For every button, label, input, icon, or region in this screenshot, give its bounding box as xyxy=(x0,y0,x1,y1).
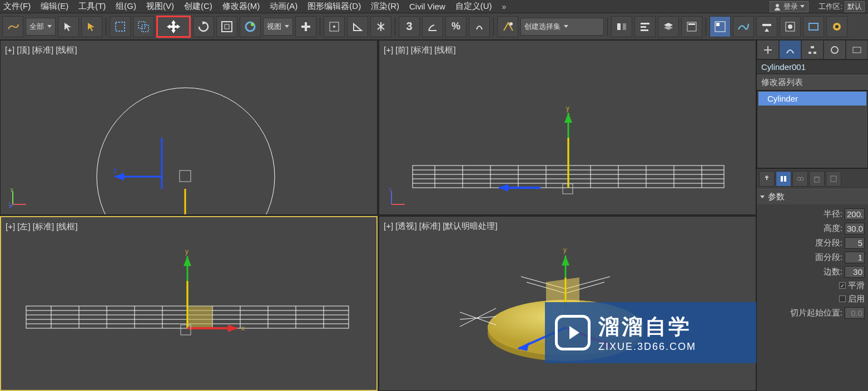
viewport-top[interactable]: [+] [顶] [标准] [线框] z x yz xyxy=(0,40,378,215)
user-icon xyxy=(773,3,781,11)
main-toolbar: 全部 视图 3 % 创建选择集 xyxy=(0,13,868,40)
percent-snap-button[interactable]: % xyxy=(445,16,467,37)
svg-text:y: y xyxy=(185,248,189,255)
svg-marker-2 xyxy=(88,23,95,31)
align-button[interactable] xyxy=(634,16,656,37)
modifier-stack-item[interactable]: Cylinder xyxy=(758,92,866,106)
select-and-scale-button[interactable] xyxy=(216,16,237,37)
menu-view[interactable]: 视图(V) xyxy=(146,1,174,12)
svg-text:y: y xyxy=(11,187,13,192)
named-selection-dropdown[interactable]: 创建选择集 xyxy=(520,18,604,36)
edit-named-selection-button[interactable] xyxy=(497,16,518,37)
configure-sets-button[interactable] xyxy=(826,171,841,187)
menu-animation[interactable]: 动画(A) xyxy=(270,1,297,12)
tab-motion[interactable] xyxy=(824,40,846,59)
link-tool-icon[interactable] xyxy=(2,16,23,37)
slice-enable-checkbox[interactable] xyxy=(839,295,846,302)
menu-group[interactable]: 组(G) xyxy=(116,1,136,12)
svg-rect-128 xyxy=(814,52,816,54)
signin-button[interactable]: 登录 xyxy=(770,1,809,12)
viewport-perspective[interactable]: [+] [透视] [标准] [默认明暗处理] y xyxy=(379,216,756,391)
menu-tools[interactable]: 工具(T) xyxy=(78,1,106,12)
menu-customize[interactable]: 自定义(U) xyxy=(455,1,492,12)
selection-filter-dropdown[interactable]: 全部 xyxy=(26,18,56,36)
show-end-result-button[interactable] xyxy=(776,171,791,187)
select-and-place-button[interactable] xyxy=(240,16,261,37)
modifier-list-dropdown[interactable]: 修改器列表 xyxy=(757,74,868,91)
tab-display[interactable] xyxy=(846,40,868,59)
render-frame-button[interactable] xyxy=(803,16,824,37)
cursor-arrow-icon[interactable] xyxy=(81,16,102,37)
schematic-view-button[interactable] xyxy=(733,16,754,37)
svg-rect-132 xyxy=(784,176,786,182)
caret-down-icon xyxy=(760,196,765,198)
svg-text:y: y xyxy=(563,246,567,254)
mirror-tool-button[interactable] xyxy=(611,16,632,37)
select-object-button[interactable] xyxy=(58,16,79,37)
menu-edit[interactable]: 编辑(E) xyxy=(41,1,68,12)
render-button[interactable] xyxy=(826,16,847,37)
material-editor-button[interactable] xyxy=(756,16,777,37)
reference-coord-dropdown[interactable]: 视图 xyxy=(263,18,293,36)
menu-more[interactable]: » xyxy=(502,2,507,11)
param-sides-label: 边数: xyxy=(824,267,842,277)
angle-snap-toggle-button[interactable] xyxy=(422,16,443,37)
viewport-left[interactable]: [+] [左] [标准] [线框] y x xyxy=(0,216,378,391)
menu-graph-editors[interactable]: 图形编辑器(D) xyxy=(307,1,361,12)
render-setup-button[interactable] xyxy=(780,16,801,37)
svg-rect-32 xyxy=(716,23,720,26)
svg-rect-127 xyxy=(809,52,811,54)
param-radius-input[interactable]: 200. xyxy=(845,208,865,220)
snap-toggle-button[interactable] xyxy=(324,16,345,37)
menu-rendering[interactable]: 渲染(R) xyxy=(371,1,399,12)
workspace-selector[interactable]: 工作区: 默认 xyxy=(819,1,865,12)
svg-point-20 xyxy=(333,26,335,28)
use-pivot-center-button[interactable] xyxy=(295,16,316,37)
tab-create[interactable] xyxy=(757,40,779,59)
svg-rect-14 xyxy=(225,24,229,29)
viewport-grid: [+] [顶] [标准] [线框] z x yz [+] [前] [标准] [线… xyxy=(0,40,756,391)
hierarchy-icon xyxy=(807,45,817,55)
svg-text:z: z xyxy=(389,187,392,192)
param-height-input[interactable]: 30.0 xyxy=(845,223,865,234)
make-unique-button[interactable] xyxy=(792,171,808,187)
rollout-header[interactable]: 参数 xyxy=(757,189,868,204)
select-region-window-button[interactable] xyxy=(133,16,154,37)
param-height-segs-input[interactable]: 5 xyxy=(845,237,865,249)
param-cap-segs-input[interactable]: 1 xyxy=(845,252,865,263)
remove-modifier-button[interactable] xyxy=(809,171,825,187)
viewport-front[interactable]: [+] [前] [标准] [线框] y z xyxy=(379,40,756,215)
svg-marker-117 xyxy=(562,255,569,265)
param-slice-from-input[interactable]: 0.0 xyxy=(845,307,865,319)
select-region-rect-button[interactable] xyxy=(110,16,131,37)
show-result-icon xyxy=(780,175,787,183)
svg-rect-3 xyxy=(116,22,125,31)
toggle-ribbon-button[interactable] xyxy=(681,16,702,37)
menu-file[interactable]: 文件(F) xyxy=(3,1,31,12)
tab-modify[interactable] xyxy=(779,40,801,59)
param-sides-input[interactable]: 30 xyxy=(845,266,865,278)
object-name-field[interactable]: Cylinder001 xyxy=(757,60,868,74)
svg-rect-18 xyxy=(301,26,310,28)
axis-indicator-icon: yz xyxy=(8,187,31,209)
menu-create[interactable]: 创建(C) xyxy=(184,1,212,12)
curve-editor-button[interactable] xyxy=(710,16,731,37)
pin-stack-button[interactable] xyxy=(759,171,775,187)
viewport-content: z x xyxy=(1,41,368,215)
spinner-snap-button[interactable] xyxy=(469,16,490,37)
mirror-button[interactable] xyxy=(370,16,391,37)
tab-hierarchy[interactable] xyxy=(801,40,824,59)
smooth-checkbox[interactable] xyxy=(839,282,846,289)
select-and-move-button[interactable] xyxy=(156,16,191,38)
menu-civil-view[interactable]: Civil View xyxy=(409,2,445,11)
modifier-stack[interactable]: Cylinder xyxy=(757,91,868,168)
unique-icon xyxy=(796,175,804,183)
angle-snap-button[interactable] xyxy=(347,16,368,37)
slice-enable-label: 启用 xyxy=(848,294,865,304)
toolbar-divider xyxy=(395,18,395,36)
layer-explorer-button[interactable] xyxy=(658,16,679,37)
menu-modifiers[interactable]: 修改器(M) xyxy=(222,1,260,12)
snap-3d-button[interactable]: 3 xyxy=(399,16,420,37)
select-and-rotate-button[interactable] xyxy=(193,16,214,37)
workspace-label: 工作区: xyxy=(819,2,842,12)
